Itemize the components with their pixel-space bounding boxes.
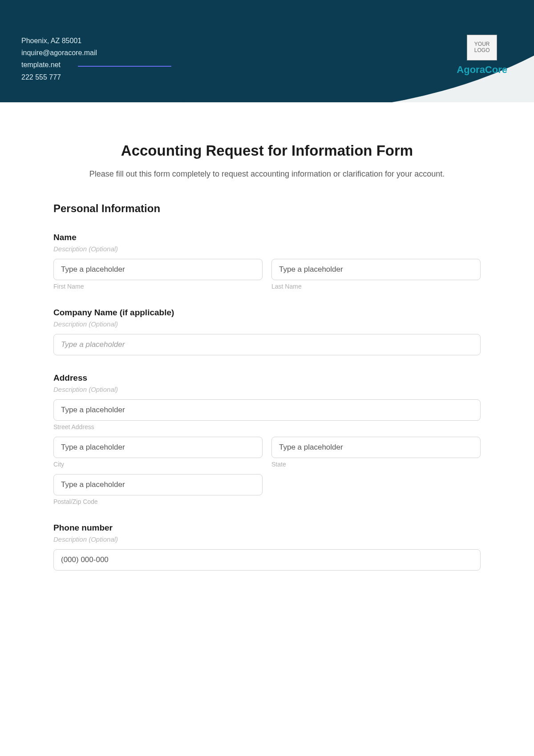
street-input[interactable] [53,399,481,421]
city-sublabel: City [53,461,263,468]
brand-name: AgoraCore [457,64,507,76]
company-input[interactable] [53,334,481,355]
phone-input[interactable] [53,549,481,571]
company-label: Company Name (if applicable) [53,308,481,318]
first-name-input[interactable] [53,259,263,280]
form-intro: Please fill out this form completely to … [76,167,458,181]
form-title: Accounting Request for Information Form [53,142,481,159]
phone-desc: Description (Optional) [53,535,481,543]
contact-website: template.net [21,59,97,71]
field-phone: Phone number Description (Optional) [53,523,481,571]
section-personal-info: Personal Information [53,202,481,215]
zip-input[interactable] [53,474,263,495]
street-sublabel: Street Address [53,423,481,430]
zip-sublabel: Postal/Zip Code [53,498,263,505]
state-sublabel: State [271,461,481,468]
last-name-sublabel: Last Name [271,283,481,290]
page-header: Phoenix, AZ 85001 inquire@agoracore.mail… [0,0,534,102]
field-address: Address Description (Optional) Street Ad… [53,373,481,505]
name-desc: Description (Optional) [53,245,481,253]
field-name: Name Description (Optional) First Name L… [53,233,481,290]
form-sheet: Accounting Request for Information Form … [0,102,534,756]
brand-block: YOUR LOGO AgoraCore [457,35,507,76]
contact-phone: 222 555 777 [21,71,97,83]
logo-placeholder: YOUR LOGO [467,35,497,60]
city-input[interactable] [53,437,263,458]
contact-block: Phoenix, AZ 85001 inquire@agoracore.mail… [21,35,97,83]
accent-underline [78,66,171,67]
address-desc: Description (Optional) [53,386,481,393]
company-desc: Description (Optional) [53,320,481,328]
contact-email: inquire@agoracore.mail [21,47,97,59]
field-company: Company Name (if applicable) Description… [53,308,481,355]
contact-address: Phoenix, AZ 85001 [21,35,97,47]
address-label: Address [53,373,481,383]
name-label: Name [53,233,481,242]
phone-label: Phone number [53,523,481,533]
logo-text: YOUR LOGO [474,41,490,54]
last-name-input[interactable] [271,259,481,280]
state-input[interactable] [271,437,481,458]
first-name-sublabel: First Name [53,283,263,290]
